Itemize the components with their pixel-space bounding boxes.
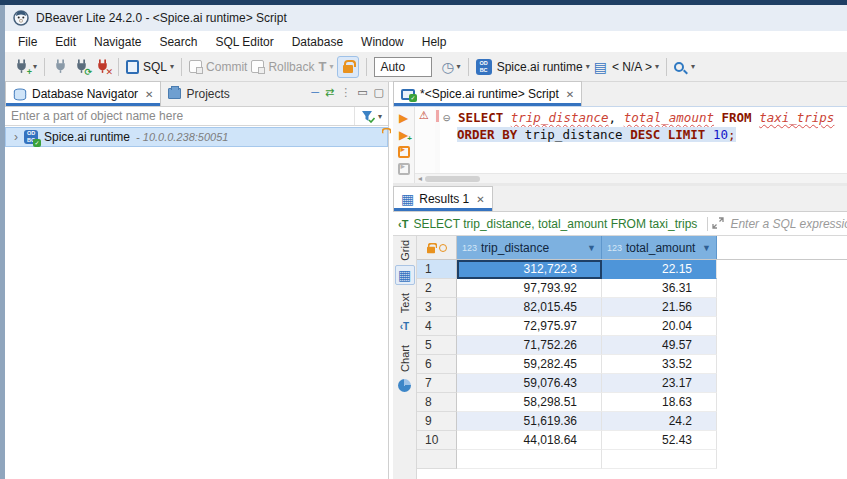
- link-with-editor-icon[interactable]: ⇄: [325, 87, 334, 98]
- chevron-down-icon[interactable]: ▾: [457, 62, 461, 71]
- transaction-log-button[interactable]: T ▾: [318, 59, 333, 74]
- menu-item-sql-editor[interactable]: SQL Editor: [206, 33, 282, 51]
- minimize-icon[interactable]: ▭: [357, 87, 367, 98]
- table-row[interactable]: 571,752.2649.57: [417, 336, 847, 355]
- grid-cell-trip_distance[interactable]: 97,793.92: [457, 279, 602, 298]
- connect-button[interactable]: [52, 58, 69, 75]
- grid-cell-total_amount[interactable]: 52.43: [602, 431, 717, 450]
- menu-item-window[interactable]: Window: [352, 33, 413, 51]
- chevron-down-icon[interactable]: ▾: [586, 62, 590, 71]
- close-icon[interactable]: ✕: [476, 194, 484, 205]
- row-number[interactable]: 3: [417, 298, 457, 317]
- grid-cell-total_amount[interactable]: 49.57: [602, 336, 717, 355]
- result-grid[interactable]: 123 trip_distance ▼ 123 total_amount ▼ 1…: [417, 236, 847, 479]
- menu-item-file[interactable]: File: [9, 33, 46, 51]
- view-menu-icon[interactable]: ⋮: [340, 87, 351, 98]
- column-header-total-amount[interactable]: 123 total_amount ▼: [602, 236, 717, 259]
- row-number[interactable]: 9: [417, 412, 457, 431]
- sql-line-1[interactable]: ⊖ SELECT trip_distance, total_amount FRO…: [443, 109, 847, 126]
- table-row[interactable]: 382,015.4521.56: [417, 298, 847, 317]
- close-icon[interactable]: ✕: [566, 89, 574, 100]
- grid-cell-total_amount[interactable]: 20.04: [602, 317, 717, 336]
- filter-settings-button[interactable]: ▾: [354, 107, 388, 125]
- minimize-view-icon[interactable]: ─: [311, 87, 319, 98]
- disconnect-button[interactable]: ✕: [94, 58, 111, 75]
- table-row[interactable]: 858,298.5118.63: [417, 393, 847, 412]
- table-row[interactable]: 759,076.4323.17: [417, 374, 847, 393]
- row-number[interactable]: 4: [417, 317, 457, 336]
- maximize-icon[interactable]: ▢: [374, 87, 384, 98]
- execute-new-tab-button[interactable]: ▶+: [393, 126, 414, 143]
- scrollbar-thumb[interactable]: [425, 176, 480, 182]
- row-number[interactable]: 8: [417, 393, 457, 412]
- scroll-left-arrow-icon[interactable]: ◂: [415, 174, 425, 183]
- expand-chevron-icon[interactable]: ›: [14, 130, 18, 144]
- grid-cell-total_amount[interactable]: 33.52: [602, 355, 717, 374]
- chevron-down-icon[interactable]: ▾: [655, 62, 659, 71]
- menu-item-help[interactable]: Help: [413, 33, 456, 51]
- table-row[interactable]: 1312,722.322.15: [417, 260, 847, 279]
- reconnect-button[interactable]: ⟳: [73, 58, 90, 75]
- table-row[interactable]: 472,975.9720.04: [417, 317, 847, 336]
- chevron-down-icon[interactable]: ▾: [170, 62, 174, 71]
- transaction-history-button[interactable]: ◷ ▾: [436, 59, 460, 75]
- chevron-down-icon[interactable]: ▾: [33, 62, 37, 71]
- fold-collapse-icon[interactable]: ⊖: [443, 110, 458, 125]
- tab-sql-script[interactable]: ✓ *<Spice.ai runtime> Script ✕: [393, 81, 582, 106]
- grid-cell-trip_distance[interactable]: 51,619.36: [457, 412, 602, 431]
- row-number[interactable]: 7: [417, 374, 457, 393]
- chevron-down-icon[interactable]: ▾: [329, 62, 333, 71]
- new-sql-editor-button[interactable]: SQL ▾: [126, 60, 174, 74]
- grid-cell-trip_distance[interactable]: 44,018.64: [457, 431, 602, 450]
- tab-results-1[interactable]: ▦ Results 1 ✕: [393, 186, 493, 211]
- grid-cell-trip_distance[interactable]: 82,015.45: [457, 298, 602, 317]
- search-button[interactable]: ▾: [674, 62, 695, 72]
- sql-code-area[interactable]: ⊖ SELECT trip_distance, total_amount FRO…: [443, 109, 847, 143]
- chevron-down-icon[interactable]: ▾: [691, 62, 695, 71]
- grid-cell-total_amount[interactable]: 23.17: [602, 374, 717, 393]
- active-schema-selector[interactable]: ▤ < N/A > ▾: [594, 59, 659, 75]
- row-number[interactable]: 10: [417, 431, 457, 450]
- grid-cell-total_amount[interactable]: 18.63: [602, 393, 717, 412]
- grid-cell-total_amount[interactable]: 24.2: [602, 412, 717, 431]
- menu-item-search[interactable]: Search: [150, 33, 206, 51]
- grid-cell-trip_distance[interactable]: 72,975.97: [457, 317, 602, 336]
- grid-corner-cell[interactable]: [417, 236, 457, 259]
- rollback-button[interactable]: Rollback: [251, 60, 314, 74]
- row-number[interactable]: 2: [417, 279, 457, 298]
- object-filter-input[interactable]: [5, 107, 354, 125]
- commit-mode-combo[interactable]: Auto: [374, 57, 432, 77]
- tab-projects[interactable]: Projects: [161, 81, 241, 106]
- active-connection-selector[interactable]: ODBC Spice.ai runtime ▾: [476, 59, 590, 75]
- menu-item-database[interactable]: Database: [283, 33, 352, 51]
- table-row[interactable]: 1044,018.6452.43: [417, 431, 847, 450]
- column-header-trip-distance[interactable]: 123 trip_distance ▼: [457, 236, 602, 259]
- execute-script-button[interactable]: [393, 143, 414, 160]
- row-number[interactable]: 5: [417, 336, 457, 355]
- menu-item-edit[interactable]: Edit: [46, 33, 85, 51]
- row-number[interactable]: 6: [417, 355, 457, 374]
- script-options-button[interactable]: [393, 160, 414, 177]
- commit-button[interactable]: Commit: [189, 60, 247, 74]
- grid-cell-total_amount[interactable]: 36.31: [602, 279, 717, 298]
- row-number[interactable]: 1: [417, 260, 457, 279]
- tab-database-navigator[interactable]: Database Navigator ✕: [5, 81, 161, 106]
- editor-horizontal-scrollbar[interactable]: ◂: [415, 173, 847, 183]
- expand-icon[interactable]: [712, 215, 724, 233]
- menu-item-navigate[interactable]: Navigate: [85, 33, 150, 51]
- grid-cell-trip_distance[interactable]: 59,282.45: [457, 355, 602, 374]
- grid-cell-trip_distance[interactable]: 58,298.51: [457, 393, 602, 412]
- grid-cell-trip_distance[interactable]: 71,752.26: [457, 336, 602, 355]
- close-icon[interactable]: ✕: [145, 89, 153, 100]
- table-row[interactable]: 659,282.4533.52: [417, 355, 847, 374]
- result-filter-input[interactable]: [724, 217, 847, 231]
- view-tab-grid[interactable]: Grid ▦: [395, 240, 415, 285]
- column-filter-icon[interactable]: ▼: [702, 243, 711, 253]
- chevron-down-icon[interactable]: ▾: [378, 112, 382, 121]
- execute-statement-button[interactable]: ▶: [393, 109, 414, 126]
- sql-line-2[interactable]: ORDER BY trip_distance DESC LIMIT 10;: [443, 126, 847, 143]
- grid-cell-trip_distance[interactable]: 312,722.3: [457, 260, 602, 279]
- autocommit-toggle-button[interactable]: [337, 56, 359, 78]
- sql-editor[interactable]: ▶ ▶+ ⚠ ⊖ SELECT trip_distance, total_amo…: [393, 107, 847, 183]
- grid-cell-total_amount[interactable]: 21.56: [602, 298, 717, 317]
